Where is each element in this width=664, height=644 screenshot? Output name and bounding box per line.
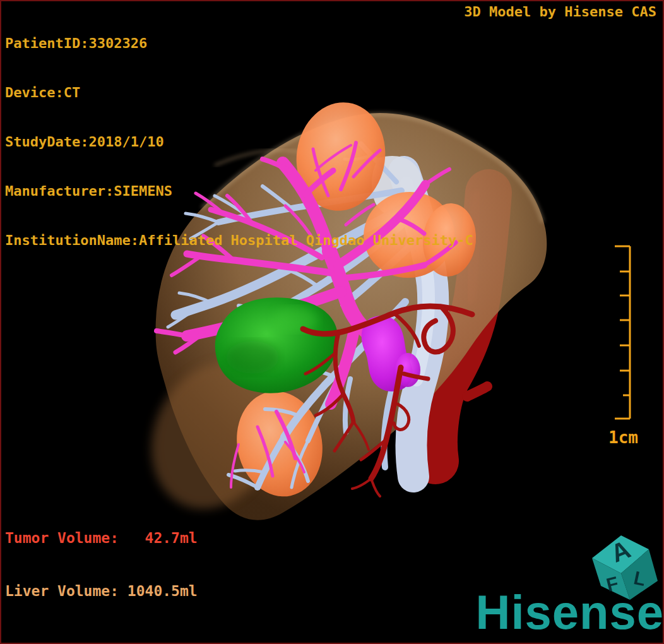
device-line: Device:CT <box>5 85 473 101</box>
hisense-logo: Hisense <box>476 588 664 636</box>
patient-metadata-overlay: PatientID:3302326 Device:CT StudyDate:20… <box>5 3 473 282</box>
liver-volume-value: 1040.5ml <box>119 582 198 600</box>
tumor-volume-line: Tumor Volume:42.7ml <box>5 529 198 547</box>
study-date-line: StudyDate:2018/1/10 <box>5 134 473 150</box>
liver-volume-line: Liver Volume:1040.5ml <box>5 582 198 600</box>
institution-name-line: InstitutionName:Affiliated Hospital Qing… <box>5 232 473 249</box>
model-credit: 3D Model by Hisense CAS <box>464 4 656 20</box>
volume-readout: Tumor Volume:42.7ml Liver Volume:1040.5m… <box>5 494 198 635</box>
cas-3d-viewer-window: PatientID:3302326 Device:CT StudyDate:20… <box>0 0 664 644</box>
patient-id-line: PatientID:3302326 <box>5 35 473 52</box>
scale-bar-ruler <box>605 237 658 424</box>
manufacturer-line: Manufacturer:SIEMENS <box>5 183 473 200</box>
tumor-volume-label: Tumor Volume: <box>5 530 119 546</box>
liver-volume-label: Liver Volume: <box>5 583 119 599</box>
scale-bar-label: 1cm <box>608 428 658 447</box>
tumor-volume-value: 42.7ml <box>119 529 198 547</box>
scale-bar: 1cm <box>605 237 658 446</box>
